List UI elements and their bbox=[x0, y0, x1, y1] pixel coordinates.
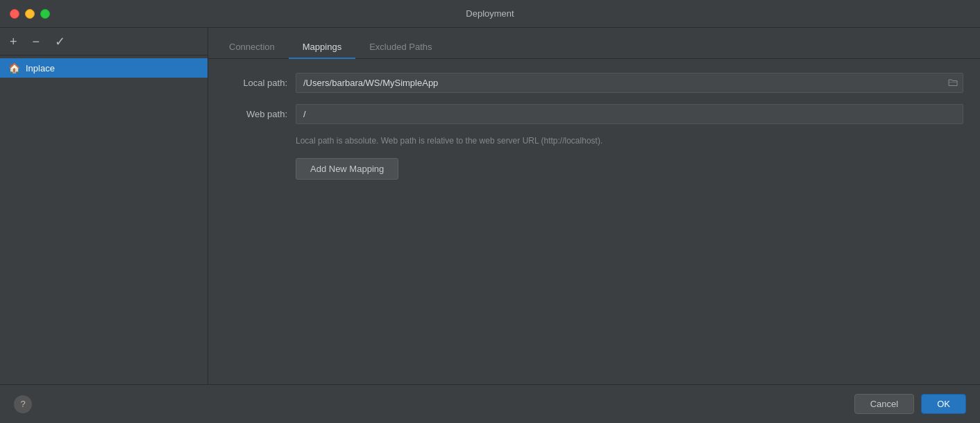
home-icon: 🏠 bbox=[8, 62, 20, 74]
close-button[interactable] bbox=[10, 9, 19, 19]
maximize-button[interactable] bbox=[40, 9, 50, 19]
main-layout: + − ✓ 🏠 Inplace Connection Mappings Excl… bbox=[0, 28, 980, 384]
footer-left: ? bbox=[14, 395, 32, 413]
sidebar-items: 🏠 Inplace bbox=[0, 55, 208, 384]
help-button[interactable]: ? bbox=[14, 395, 32, 413]
sidebar: + − ✓ 🏠 Inplace bbox=[0, 28, 208, 384]
tab-excluded-paths[interactable]: Excluded Paths bbox=[355, 36, 446, 59]
web-path-row: Web path: bbox=[225, 104, 963, 124]
ok-button[interactable]: OK bbox=[921, 394, 966, 414]
web-path-input-wrapper bbox=[296, 104, 963, 124]
cancel-button[interactable]: Cancel bbox=[854, 394, 914, 414]
titlebar: Deployment bbox=[0, 0, 980, 28]
sidebar-item-label: Inplace bbox=[26, 63, 55, 74]
footer: ? Cancel OK bbox=[0, 384, 980, 423]
add-new-mapping-button[interactable]: Add New Mapping bbox=[296, 158, 398, 180]
web-path-input[interactable] bbox=[296, 104, 963, 124]
content-area: Local path: Web path: bbox=[208, 59, 980, 384]
web-path-label: Web path: bbox=[225, 109, 287, 119]
right-panel: Connection Mappings Excluded Paths Local… bbox=[208, 28, 980, 384]
browse-local-path-button[interactable] bbox=[947, 76, 959, 90]
local-path-row: Local path: bbox=[225, 73, 963, 93]
check-button[interactable]: ✓ bbox=[52, 34, 68, 49]
tabs: Connection Mappings Excluded Paths bbox=[208, 28, 980, 59]
footer-right: Cancel OK bbox=[854, 394, 966, 414]
add-server-button[interactable]: + bbox=[7, 34, 20, 49]
local-path-input[interactable] bbox=[296, 73, 963, 93]
minimize-button[interactable] bbox=[25, 9, 35, 19]
local-path-input-wrapper bbox=[296, 73, 963, 93]
window-title: Deployment bbox=[466, 8, 514, 19]
tab-mappings[interactable]: Mappings bbox=[289, 36, 355, 59]
remove-server-button[interactable]: − bbox=[30, 34, 43, 49]
tab-connection[interactable]: Connection bbox=[215, 36, 289, 59]
sidebar-item-inplace[interactable]: 🏠 Inplace bbox=[0, 58, 208, 78]
hint-text: Local path is absolute. Web path is rela… bbox=[225, 135, 963, 147]
local-path-label: Local path: bbox=[225, 78, 287, 88]
sidebar-toolbar: + − ✓ bbox=[0, 28, 208, 55]
window-controls bbox=[10, 9, 50, 19]
